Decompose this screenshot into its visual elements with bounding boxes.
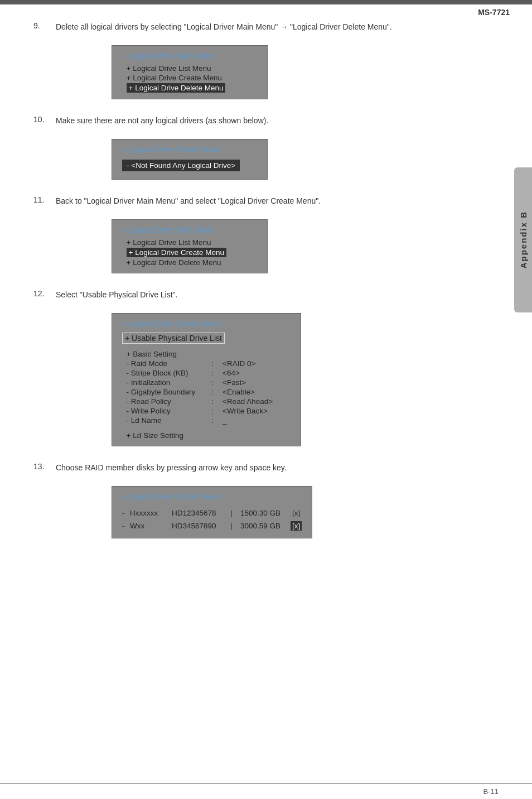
step-9-item-2: + Logical Drive Create Menu: [122, 73, 257, 83]
step-9-menu: + Logical Drive Main Menu + Logical Driv…: [112, 45, 268, 99]
step-12-menu: + Logical Drive Create Menu + Usable Phy…: [112, 313, 301, 446]
step-13-text: Choose RAID member disks by pressing arr…: [56, 463, 287, 472]
step-12: 12. Select "Usable Physical Drive List".…: [33, 289, 476, 453]
step-12-ld-name: - Ld Name : _: [122, 416, 291, 425]
step-10-not-found: - <Not Found Any Logical Drive>: [122, 160, 240, 171]
step-12-read-policy: - Read Policy : <Read Ahead>: [122, 397, 291, 406]
top-bar: [0, 0, 532, 4]
step-13-drive-1: - Hxxxxxx HD12345678 | 1500.30 GB [x]: [122, 507, 302, 519]
step-10-number: 10.: [33, 115, 56, 186]
step-9-item-3: + Logical Drive Delete Menu: [122, 83, 257, 93]
step-13-number: 13.: [33, 462, 56, 545]
side-tab: Appendix B: [514, 167, 532, 312]
step-12-ld-size: + Ld Size Setting: [122, 431, 291, 440]
step-9-item-1: + Logical Drive List Menu: [122, 64, 257, 73]
step-12-stripe: - Stripe Block (KB) : <64>: [122, 368, 291, 378]
step-11-menu-title: + Logical Drive Main Menu: [122, 225, 257, 234]
step-13-drive-2: - Wxx HD34567890 | 3000.59 GB [x]: [122, 519, 302, 532]
page-number: B-11: [483, 787, 499, 796]
step-12-menu-title: + Logical Drive Create Menu: [122, 319, 291, 328]
main-content: 9. Delete all logical drivers by selecti…: [0, 4, 532, 588]
step-11-item-3: + Logical Drive Delete Menu: [122, 258, 257, 267]
step-9-number: 9.: [33, 21, 56, 106]
step-12-number: 12.: [33, 289, 56, 453]
step-11-menu: + Logical Drive Main Menu + Logical Driv…: [112, 219, 268, 273]
step-9-menu-title: + Logical Drive Main Menu: [122, 51, 257, 60]
step-12-init: - Initialization : <Fast>: [122, 378, 291, 387]
step-11-item-2-highlight: + Logical Drive Create Menu: [127, 248, 226, 257]
model-number: MS-7721: [478, 8, 510, 17]
step-10-text: Make sure there are not any logical driv…: [56, 116, 268, 125]
step-10-menu-title: + Logical Drive Delete Menu: [122, 145, 257, 154]
step-12-basic-setting: + Basic Setting: [122, 349, 291, 359]
step-11-number: 11.: [33, 195, 56, 280]
step-12-content: Select "Usable Physical Drive List". + L…: [56, 289, 476, 453]
step-11-item-2: + Logical Drive Create Menu: [122, 247, 257, 258]
step-13-menu: + Logical Drive Create Menu - Hxxxxxx HD…: [112, 486, 312, 538]
step-9-item-3-highlight: + Logical Drive Delete Menu: [127, 83, 226, 93]
step-10-content: Make sure there are not any logical driv…: [56, 115, 476, 186]
step-11-content: Back to "Logical Driver Main Menu" and s…: [56, 195, 476, 280]
step-9-text: Delete all logical drivers by selecting …: [56, 22, 392, 31]
step-11-item-1: + Logical Drive List Menu: [122, 238, 257, 247]
step-10-menu: + Logical Drive Delete Menu - <Not Found…: [112, 139, 268, 180]
step-13-content: Choose RAID member disks by pressing arr…: [56, 462, 476, 545]
step-12-write-policy: - Write Policy : <Write Back>: [122, 406, 291, 416]
step-9: 9. Delete all logical drivers by selecti…: [33, 21, 476, 106]
side-tab-label: Appendix B: [519, 211, 528, 268]
step-9-content: Delete all logical drivers by selecting …: [56, 21, 476, 106]
step-10: 10. Make sure there are not any logical …: [33, 115, 476, 186]
step-13-menu-title: + Logical Drive Create Menu: [122, 492, 302, 501]
step-12-raid-mode: - Raid Mode : <RAID 0>: [122, 359, 291, 368]
step-12-usable-physical: + Usable Physical Drive List: [122, 333, 225, 344]
bottom-bar: B-11: [0, 783, 532, 799]
step-11-text: Back to "Logical Driver Main Menu" and s…: [56, 196, 321, 205]
step-13: 13. Choose RAID member disks by pressing…: [33, 462, 476, 545]
step-12-gigabyte: - Gigabyte Boundary : <Enable>: [122, 387, 291, 397]
step-11: 11. Back to "Logical Driver Main Menu" a…: [33, 195, 476, 280]
step-12-text: Select "Usable Physical Drive List".: [56, 290, 177, 299]
